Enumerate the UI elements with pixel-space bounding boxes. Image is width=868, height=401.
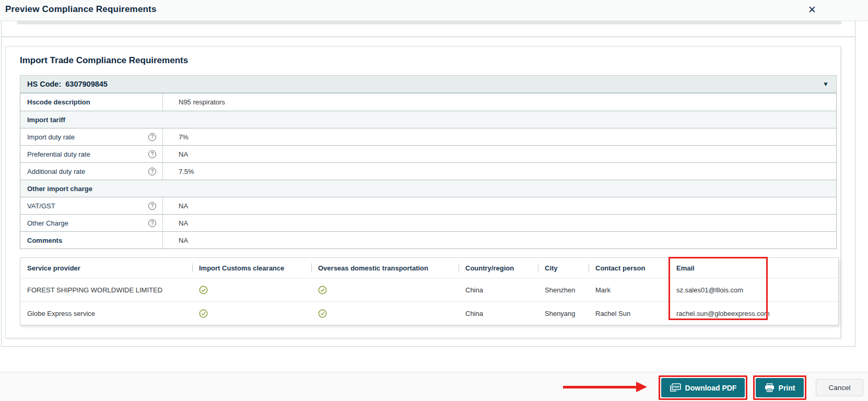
table-row: Additional duty rate? 7.5% [20,162,836,180]
provider-email: rachel.sun@globeexpress.com [670,302,838,325]
row-label: Other Charge [27,219,68,227]
section-label: Other import charge [27,185,92,193]
column-header: Country/region [459,258,538,278]
row-label: Preferential duty rate [27,150,90,158]
row-value: NA [163,215,836,231]
provider-contact: Rachel Sun [589,302,670,325]
table-row: Globe Express service China Shenyang Rac… [20,301,838,325]
provider-contact: Mark [589,278,670,301]
check-circle-icon [311,278,459,301]
preview-compliance-dialog: Preview Compliance Requirements ✕ Import… [0,0,868,401]
provider-email: sz.sales01@lllois.com [670,278,838,301]
table-header-row: Service provider Import Customs clearanc… [20,258,838,278]
check-circle-icon [311,302,459,325]
provider-name: FOREST SHIPPING WORLDWIDE LIMITED [20,278,192,301]
previous-section-partial [2,21,855,37]
column-header: Service provider [20,258,192,278]
download-pdf-button[interactable]: PDF Download PDF [661,378,745,397]
previous-section-bar-edge [17,21,841,23]
row-label: Comments [27,237,62,244]
row-value: NA [163,232,836,249]
annotation-arrow [563,386,637,388]
table-row: FOREST SHIPPING WORLDWIDE LIMITED China … [20,278,838,301]
help-icon[interactable]: ? [148,168,156,175]
provider-country: China [459,302,538,325]
import-compliance-card: Import Trade Compliance Requirements HS … [5,46,841,338]
help-icon[interactable]: ? [148,219,156,227]
table-section-row: Other import charge [20,180,836,197]
annotation-download-highlight: PDF Download PDF [659,375,747,400]
annotation-print-highlight: Print [753,375,806,400]
provider-city: Shenzhen [538,278,589,301]
annotation-arrow-head [636,382,647,392]
hs-code-bar[interactable]: HS Code: 6307909845 ▼ [20,75,837,93]
table-row: Comments NA [20,231,836,249]
table-row: Preferential duty rate? NA [20,145,836,162]
table-row: Hscode description N95 respirators [20,93,836,111]
print-label: Print [779,384,795,392]
hs-details-table: Hscode description N95 respirators Impor… [20,93,837,249]
cancel-button[interactable]: Cancel [816,379,863,396]
row-value: NA [163,197,836,214]
row-value: 7% [163,128,836,145]
row-label: Hscode description [27,98,90,106]
column-header: Overseas domestic transportation [311,258,459,278]
hs-code-label: HS Code: [27,80,61,88]
check-circle-icon [192,278,311,301]
help-icon[interactable]: ? [148,202,156,210]
help-icon[interactable]: ? [148,150,156,158]
chevron-down-icon[interactable]: ▼ [823,80,829,88]
print-button[interactable]: Print [756,378,804,397]
provider-country: China [459,278,538,301]
row-value: NA [163,146,836,162]
table-section-row: Import tariff [20,111,836,128]
check-circle-icon [192,302,311,325]
table-row: Import duty rate? 7% [20,128,836,145]
page-title: Preview Compliance Requirements [5,4,157,15]
table-row: Other Charge? NA [20,214,836,231]
row-value: 7.5% [163,163,836,180]
printer-icon [765,383,775,392]
dialog-header: Preview Compliance Requirements ✕ [0,0,868,21]
download-pdf-label: Download PDF [685,384,737,392]
svg-text:PDF: PDF [673,385,679,388]
section-label: Import tariff [27,116,65,124]
column-header: Email [670,258,838,278]
service-provider-table: Service provider Import Customs clearanc… [20,257,839,325]
close-icon[interactable]: ✕ [804,2,820,18]
pdf-icon: PDF [670,383,681,392]
help-icon[interactable]: ? [148,133,156,141]
section-title: Import Trade Compliance Requirements [20,55,188,66]
provider-name: Globe Express service [20,302,192,325]
row-label: Additional duty rate [27,168,85,175]
dialog-footer: PDF Download PDF Print Cancel [0,372,868,401]
row-label: Import duty rate [27,133,75,141]
column-header: City [538,258,589,278]
hs-code-value: 6307909845 [65,80,108,88]
provider-city: Shenyang [538,302,589,325]
row-value: N95 respirators [163,93,836,111]
column-header: Import Customs clearance [192,258,311,278]
table-row: VAT/GST? NA [20,197,836,214]
row-label: VAT/GST [27,202,55,210]
column-header: Contact person [589,258,670,278]
